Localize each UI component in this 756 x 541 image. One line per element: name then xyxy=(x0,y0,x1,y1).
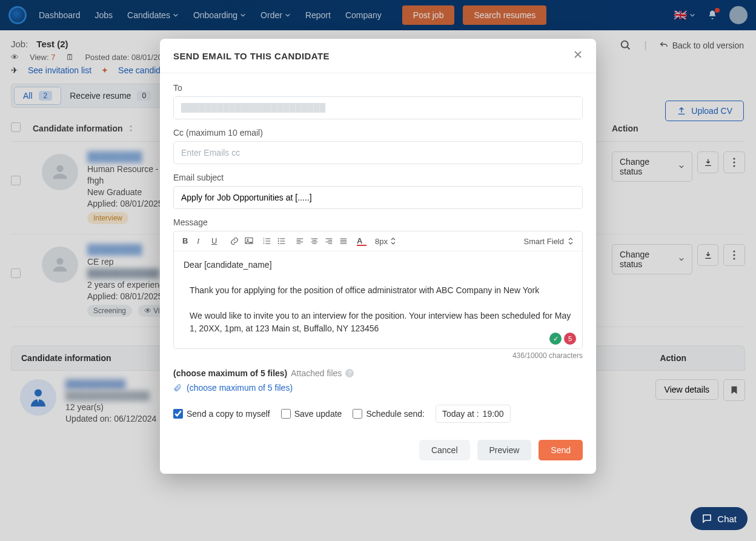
modal-title: SEND EMAIL TO THIS CANDIDATE xyxy=(173,51,330,61)
to-input[interactable] xyxy=(173,96,583,119)
italic-button[interactable]: I xyxy=(197,236,207,246)
list-bullet-icon[interactable] xyxy=(277,236,287,246)
schedule-send-checkbox[interactable]: Schedule send: xyxy=(353,409,425,419)
send-button[interactable]: Send xyxy=(539,440,583,460)
message-paragraph: We would like to invite you to an interv… xyxy=(184,310,572,335)
smart-field-select[interactable]: Smart Field xyxy=(524,237,574,246)
subject-input[interactable] xyxy=(173,186,583,209)
send-email-modal: SEND EMAIL TO THIS CANDIDATE To Cc (maxi… xyxy=(160,39,596,474)
editor-toolbar: B I U 123 xyxy=(174,231,582,251)
cc-input[interactable] xyxy=(173,141,583,164)
message-label: Message xyxy=(173,217,583,227)
close-button[interactable] xyxy=(573,50,583,62)
chat-button[interactable]: Chat xyxy=(691,507,748,530)
paperclip-icon xyxy=(173,383,182,392)
align-left-icon[interactable] xyxy=(295,236,305,246)
list-ordered-icon[interactable]: 123 xyxy=(262,236,272,246)
svg-point-17 xyxy=(278,243,279,244)
cc-label: Cc (maximum 10 email) xyxy=(173,128,583,138)
align-center-icon[interactable] xyxy=(310,236,319,246)
svg-point-11 xyxy=(247,239,249,241)
image-icon[interactable] xyxy=(244,236,254,246)
close-icon xyxy=(573,50,583,59)
text-color-button[interactable]: A xyxy=(357,236,366,246)
stepper-icon xyxy=(568,237,574,245)
grammar-check-icon[interactable]: ✓ xyxy=(549,333,562,345)
help-icon[interactable]: ? xyxy=(345,369,354,377)
save-update-checkbox[interactable]: Save update xyxy=(281,409,342,419)
send-copy-checkbox[interactable]: Send a copy to myself xyxy=(173,409,270,419)
svg-point-16 xyxy=(278,241,279,242)
message-paragraph: Please call me at XXX-XXX-XXX or email m… xyxy=(184,348,572,348)
font-size-select[interactable]: 8px xyxy=(375,237,396,246)
preview-button[interactable]: Preview xyxy=(477,440,532,460)
cancel-button[interactable]: Cancel xyxy=(419,440,470,460)
message-paragraph: Thank you for applying for the position … xyxy=(184,284,572,297)
attach-limit-label: (choose maximum of 5 files) xyxy=(173,368,287,378)
chat-icon xyxy=(701,513,712,524)
bold-button[interactable]: B xyxy=(182,236,192,246)
stepper-icon xyxy=(390,237,396,245)
underline-button[interactable]: U xyxy=(211,236,221,246)
attached-files-label: Attached files xyxy=(291,368,342,378)
align-right-icon[interactable] xyxy=(324,236,334,246)
link-icon[interactable] xyxy=(230,236,239,246)
subject-label: Email subject xyxy=(173,173,583,182)
message-textarea[interactable]: Dear [candidate_name] Thank you for appl… xyxy=(174,251,582,348)
align-justify-icon[interactable] xyxy=(339,236,348,246)
message-greeting: Dear [candidate_name] xyxy=(184,259,572,271)
schedule-time-input[interactable]: Today at : 19:00 xyxy=(436,405,511,423)
to-label: To xyxy=(173,83,583,93)
char-counter: 436/10000 characters xyxy=(173,351,583,360)
spell-error-count[interactable]: 5 xyxy=(564,333,576,345)
svg-point-15 xyxy=(278,238,279,239)
svg-text:3: 3 xyxy=(263,242,265,245)
attach-files-link[interactable]: (choose maximum of 5 files) xyxy=(173,383,583,393)
